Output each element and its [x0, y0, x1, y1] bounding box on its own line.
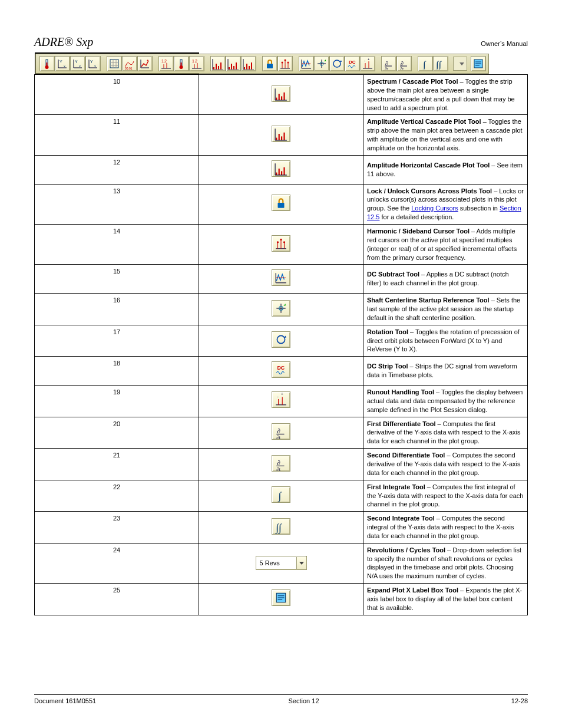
table-row: 22First Integrate Tool – Computes the fi…: [35, 480, 528, 512]
tb-yminmax-b[interactable]: [70, 56, 85, 71]
revolutions-select-button[interactable]: [296, 557, 306, 569]
tool-title: Amplitude Horizontal Cascade Plot Tool: [367, 162, 490, 169]
row-number: 14: [35, 224, 199, 264]
tb-trend[interactable]: [137, 56, 153, 71]
row-number: 18: [35, 357, 199, 386]
tool-title: Lock / Unlock Cursors Across Plots Tool: [367, 187, 492, 195]
second-differentiate-button[interactable]: [272, 455, 290, 472]
tb-harmonic[interactable]: [277, 56, 293, 71]
expand-label-box-icon: [472, 58, 484, 70]
dc-strip-icon: [346, 58, 358, 70]
chevron-down-icon: [299, 562, 304, 565]
amplitude-horizontal-icon: [243, 58, 254, 70]
second-differentiate-icon: [275, 456, 287, 471]
row-description: Rotation Tool – Toggles the rotation of …: [363, 325, 528, 357]
row-number: 10: [35, 75, 199, 115]
row-description: Amplitude Vertical Cascade Plot Tool – T…: [363, 115, 528, 155]
tb-amp-horz[interactable]: [241, 56, 256, 71]
row-description: Harmonic / Sideband Cursor Tool – Adds m…: [363, 224, 528, 264]
rotation-icon: [275, 332, 287, 347]
expand-label-box-icon: [275, 590, 287, 605]
row-icon-cell: [199, 155, 363, 184]
row-description: Expand Plot X Label Box Tool – Expands t…: [363, 584, 528, 615]
amplitude-vertical-button[interactable]: [272, 126, 290, 142]
row-description: Second Differentiate Tool – Computes the…: [363, 449, 528, 480]
tb-centerline[interactable]: [314, 56, 329, 71]
tb-grid[interactable]: [107, 56, 122, 71]
shaft-centerline-icon: [316, 58, 328, 70]
tb-runout[interactable]: [360, 56, 375, 71]
revolutions-select-value: 5 Revs: [256, 559, 296, 568]
row-number: 21: [35, 449, 199, 480]
tb-time[interactable]: [122, 56, 137, 71]
row-number: 13: [35, 184, 199, 224]
row-icon-cell: [199, 512, 363, 543]
dc-strip-icon: [275, 362, 287, 377]
tb-d2[interactable]: [396, 56, 412, 71]
dc-subtract-button[interactable]: [272, 269, 290, 286]
row-number: 15: [35, 265, 199, 294]
tool-title: Amplitude Vertical Cascade Plot Tool: [367, 118, 481, 125]
shaft-centerline-button[interactable]: [272, 300, 290, 317]
tool-title: Second Differentiate Tool: [367, 452, 445, 459]
tb-i2[interactable]: [433, 56, 448, 71]
lock-unlock-cursors-button[interactable]: [272, 195, 290, 211]
table-row: 25Expand Plot X Label Box Tool – Expands…: [35, 584, 528, 615]
tb-rotation[interactable]: [329, 56, 345, 71]
tb-dcstrip[interactable]: [345, 56, 360, 71]
tb-xrange[interactable]: [85, 56, 101, 71]
tb-lock[interactable]: [262, 56, 277, 71]
first-integrate-button[interactable]: [272, 486, 290, 503]
harmonic-sideband-icon: [275, 236, 287, 251]
row-number: 17: [35, 325, 199, 357]
tb-spectrum[interactable]: [210, 56, 226, 71]
amplitude-horizontal-icon: [275, 161, 287, 176]
first-differentiate-button[interactable]: [272, 423, 290, 440]
manual-label: Owner’s Manual: [481, 40, 528, 47]
runout-handling-button[interactable]: [272, 391, 290, 408]
tb-yminmax-a[interactable]: [55, 56, 70, 71]
tb-i1[interactable]: [418, 56, 433, 71]
harmonic-sideband-button[interactable]: [272, 235, 290, 252]
table-row: 21Second Differentiate Tool – Computes t…: [35, 449, 528, 480]
table-row: 14Harmonic / Sideband Cursor Tool – Adds…: [35, 224, 528, 264]
rotation-icon: [331, 58, 343, 70]
thermometer-icon: [41, 58, 53, 70]
link-locking-cursors[interactable]: Locking Cursors: [411, 205, 458, 212]
tb-values[interactable]: [174, 56, 189, 71]
tool-title: Runout Handling Tool: [367, 388, 434, 396]
row-icon-cell: [199, 449, 363, 480]
rotation-button[interactable]: [272, 331, 290, 348]
second-integrate-button[interactable]: [272, 518, 290, 535]
row-icon-cell: [199, 480, 363, 512]
tb-expand[interactable]: [471, 56, 486, 71]
spectrum-cascade-icon: [212, 58, 224, 70]
labels-123-icon: [191, 58, 203, 70]
tool-description-table: 10Spectrum / Cascade Plot Tool – Toggles…: [34, 52, 528, 615]
row-number: 25: [35, 584, 199, 615]
spectrum-cascade-button[interactable]: [272, 85, 290, 102]
tb-labels-123[interactable]: [189, 56, 204, 71]
expand-label-box-button[interactable]: [272, 589, 290, 606]
dc-strip-button[interactable]: [272, 361, 290, 378]
row-description: First Differentiate Tool – Computes the …: [363, 417, 528, 449]
tb-d1[interactable]: [381, 56, 396, 71]
row-description: Spectrum / Cascade Plot Tool – Toggles t…: [363, 75, 528, 115]
tool-title: DC Subtract Tool: [367, 271, 419, 278]
tb-dcsub[interactable]: [299, 56, 314, 71]
tb-axis-1p2[interactable]: [158, 56, 174, 71]
row-icon-cell: [199, 184, 363, 224]
revolutions-select[interactable]: 5 Revs: [256, 556, 307, 570]
row-icon-cell: 5 Revs: [199, 543, 363, 583]
footer-doc: Document 161M0551: [34, 697, 96, 704]
lock-icon: [264, 58, 276, 70]
tool-title: Shaft Centerline Startup Reference Tool: [367, 297, 490, 304]
tb-amp-vert[interactable]: [226, 56, 241, 71]
table-row: 19Runout Handling Tool – Toggles the dis…: [35, 386, 528, 417]
tb-thermometer[interactable]: [39, 56, 55, 71]
product-title: ADRE® Sxp: [34, 35, 93, 49]
table-row: 13Lock / Unlock Cursors Across Plots Too…: [35, 184, 528, 224]
table-row: 17Rotation Tool – Toggles the rotation o…: [35, 325, 528, 357]
revolutions-dropdown[interactable]: [453, 57, 467, 71]
amplitude-horizontal-button[interactable]: [272, 160, 290, 177]
